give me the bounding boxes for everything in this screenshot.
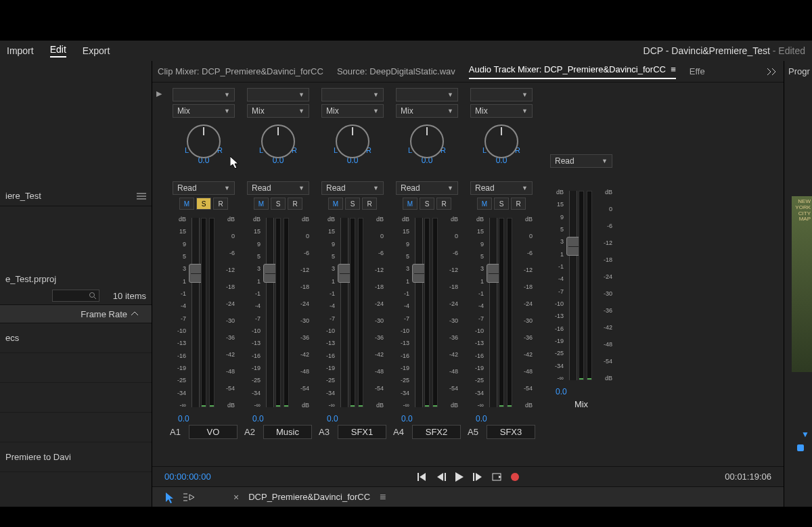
track-id: A4 <box>393 427 408 437</box>
fader-slot[interactable] <box>489 218 497 407</box>
menu-export[interactable]: Export <box>83 45 110 56</box>
fader-value[interactable]: 0.0 <box>401 414 413 423</box>
track-name-input[interactable]: VO <box>189 425 238 439</box>
output-select[interactable]: Mix▼ <box>396 104 458 118</box>
record-button[interactable] <box>511 473 519 481</box>
menu-edit[interactable]: Edit <box>50 44 66 58</box>
fader-slot[interactable] <box>569 191 577 380</box>
automation-mode-select[interactable]: Read▼ <box>321 181 384 195</box>
mute-button[interactable]: M <box>403 198 418 210</box>
level-meter <box>424 218 430 407</box>
loop-button[interactable] <box>492 473 501 481</box>
fader-slot[interactable] <box>340 218 348 407</box>
solo-button[interactable]: S <box>420 198 434 210</box>
mixer-track: ▼Mix▼LR0.0Read▼MSRdB159531-1-4-7-10-13-1… <box>167 88 240 466</box>
pan-knob[interactable] <box>336 124 369 158</box>
pan-knob[interactable] <box>484 124 518 158</box>
play-button[interactable] <box>455 472 464 482</box>
bin-row[interactable]: Premiere to Davi <box>0 442 152 472</box>
send-select[interactable]: ▼ <box>173 88 235 101</box>
record-arm-button[interactable]: R <box>288 198 302 210</box>
level-meter <box>432 218 438 407</box>
tab-effects[interactable]: Effe <box>690 66 705 76</box>
solo-button[interactable]: S <box>494 198 509 210</box>
svg-marker-14 <box>166 492 173 503</box>
timecode-out[interactable]: 00:01:19:06 <box>725 472 771 482</box>
sequence-menu-icon[interactable]: ≡ <box>380 491 386 503</box>
fader-value[interactable]: 0.0 <box>178 414 189 423</box>
solo-button[interactable]: S <box>345 198 360 210</box>
fader-slot[interactable] <box>191 218 200 407</box>
expand-effects-icon[interactable]: ▶ <box>156 88 166 466</box>
track-name-input[interactable]: Music <box>263 425 312 439</box>
output-select[interactable]: Mix▼ <box>321 104 384 118</box>
close-sequence-icon[interactable]: × <box>233 492 239 503</box>
timecode-in[interactable]: 00:00:00:00 <box>164 472 211 482</box>
automation-mode-select[interactable]: Read▼ <box>470 181 533 195</box>
level-meter <box>579 191 584 380</box>
track-name-input[interactable]: SFX3 <box>487 425 535 439</box>
record-arm-button[interactable]: R <box>213 198 228 210</box>
selection-tool-icon[interactable] <box>164 491 174 503</box>
tab-clip-mixer[interactable]: Clip Mixer: DCP_Premiere&Davinci_forCC <box>158 66 323 76</box>
bin-row[interactable] <box>0 353 152 383</box>
step-forward-button[interactable] <box>473 473 482 481</box>
menu-import[interactable]: Import <box>7 45 34 56</box>
output-select[interactable]: Mix▼ <box>173 104 235 118</box>
mute-button[interactable]: M <box>179 198 194 210</box>
project-panel-header[interactable]: iere_Test <box>0 186 152 206</box>
track-name-input[interactable]: SFX1 <box>338 425 386 439</box>
record-arm-button[interactable]: R <box>362 198 377 210</box>
pan-knob[interactable] <box>410 124 444 158</box>
fader-slot[interactable] <box>415 218 423 407</box>
automation-mode-select[interactable]: Read▼ <box>173 181 235 195</box>
panel-menu-icon[interactable] <box>137 193 146 200</box>
solo-button[interactable]: S <box>271 198 286 210</box>
fader-value[interactable]: 0.0 <box>327 414 338 423</box>
automation-mode-select[interactable]: Read▼ <box>247 181 309 195</box>
project-file-row: e_Test.prproj <box>0 271 152 287</box>
pan-knob[interactable] <box>261 124 295 158</box>
track-name-input[interactable]: SFX2 <box>412 425 461 439</box>
mute-button[interactable]: M <box>328 198 343 210</box>
output-select[interactable]: Mix▼ <box>470 104 533 118</box>
svg-marker-11 <box>476 473 482 481</box>
send-select[interactable]: ▼ <box>396 88 458 101</box>
tab-audio-track-mixer[interactable]: Audio Track Mixer: DCP_Premiere&Davinci_… <box>469 64 676 79</box>
mute-button[interactable]: M <box>477 198 492 210</box>
automation-mode-select[interactable]: Read▼ <box>550 154 612 168</box>
fader-value[interactable]: 0.0 <box>252 414 264 423</box>
project-search-input[interactable] <box>52 290 99 302</box>
fader-slot[interactable] <box>266 218 274 407</box>
output-select[interactable]: Mix▼ <box>247 104 309 118</box>
bin-row[interactable]: ecs <box>0 323 152 353</box>
tab-overflow-icon[interactable] <box>767 68 778 75</box>
bin-row[interactable] <box>0 383 152 413</box>
record-arm-button[interactable]: R <box>436 198 451 210</box>
mute-button[interactable]: M <box>254 198 269 210</box>
letterbox-top <box>0 0 812 41</box>
fader-value[interactable]: 0.0 <box>556 387 567 396</box>
bin-row[interactable] <box>0 413 152 442</box>
tab-source[interactable]: Source: DeepDigitalStatic.wav <box>337 66 455 76</box>
mixer-track: Read▼dB159531-1-4-7-10-13-16-19-25-34-∞d… <box>545 88 618 466</box>
column-header-framerate[interactable]: Frame Rate <box>0 304 152 323</box>
send-select[interactable]: ▼ <box>470 88 533 101</box>
step-back-button[interactable] <box>436 473 446 481</box>
sequence-name[interactable]: DCP_Premiere&Davinci_forCC <box>248 492 370 502</box>
playhead-icon[interactable]: ▼ <box>801 430 809 439</box>
marker-icon[interactable] <box>797 444 804 451</box>
solo-button[interactable]: S <box>196 198 211 210</box>
record-arm-button[interactable]: R <box>511 198 526 210</box>
tab-program[interactable]: Progr <box>788 66 810 76</box>
send-select[interactable]: ▼ <box>321 88 384 101</box>
go-to-in-button[interactable] <box>418 473 427 481</box>
pan-knob[interactable] <box>187 124 221 158</box>
level-meter <box>350 218 355 407</box>
send-select[interactable]: ▼ <box>247 88 309 101</box>
sort-icon[interactable] <box>131 311 138 317</box>
automation-mode-select[interactable]: Read▼ <box>396 181 458 195</box>
panel-menu-icon[interactable]: ≡ <box>671 64 676 74</box>
fader-value[interactable]: 0.0 <box>476 414 487 423</box>
ripple-tool-icon[interactable] <box>183 492 194 502</box>
